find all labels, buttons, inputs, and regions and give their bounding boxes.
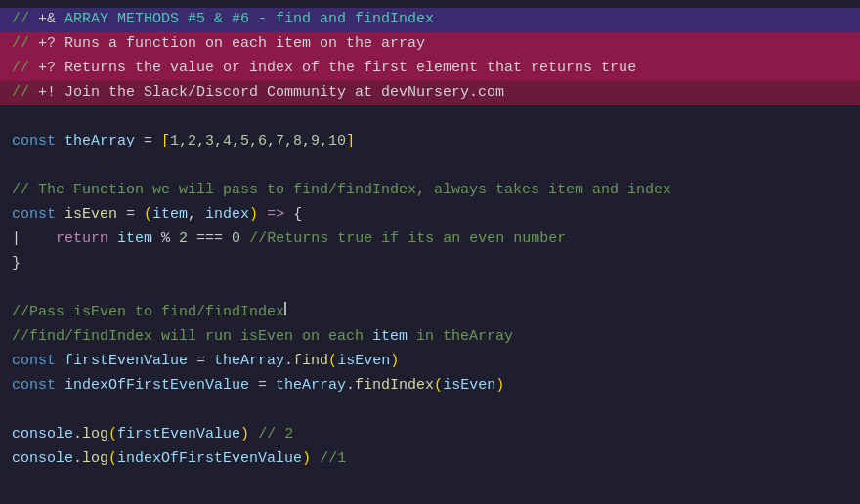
code-line-16: const indexOfFirstEvenValue = theArray.f… — [0, 374, 860, 399]
text-cursor — [284, 302, 286, 315]
code-line-1: // +& ARRAY METHODS #5 & #6 - find and f… — [0, 8, 860, 32]
code-line-7 — [0, 154, 860, 179]
code-line-15: const firstEvenValue = theArray.find(isE… — [0, 350, 860, 374]
code-line-12 — [0, 276, 860, 301]
code-line-17 — [0, 399, 860, 423]
code-line-3: // +? Returns the value or index of the … — [0, 57, 860, 81]
code-line-19: console.log(indexOfFirstEvenValue) //1 — [0, 447, 860, 472]
code-line-18: console.log(firstEvenValue) // 2 — [0, 423, 860, 447]
code-line-10: | return item % 2 === 0 //Returns true i… — [0, 228, 860, 252]
comment-prefix: // — [12, 8, 38, 31]
code-line-9: const isEven = (item, index) => { — [0, 203, 860, 228]
code-line-8: // The Function we will pass to find/fin… — [0, 179, 860, 203]
code-editor: // +& ARRAY METHODS #5 & #6 - find and f… — [0, 0, 860, 504]
code-line-5 — [0, 105, 860, 130]
code-line-4: // +! Join the Slack/Discord Community a… — [0, 81, 860, 105]
code-line-14: //find/findIndex will run isEven on each… — [0, 325, 860, 350]
code-line-2: // +? Runs a function on each item on th… — [0, 32, 860, 57]
code-line-11: } — [0, 252, 860, 276]
code-line-6: const theArray = [1,2,3,4,5,6,7,8,9,10] — [0, 130, 860, 154]
code-line-13: //Pass isEven to find/findIndex — [0, 301, 860, 325]
